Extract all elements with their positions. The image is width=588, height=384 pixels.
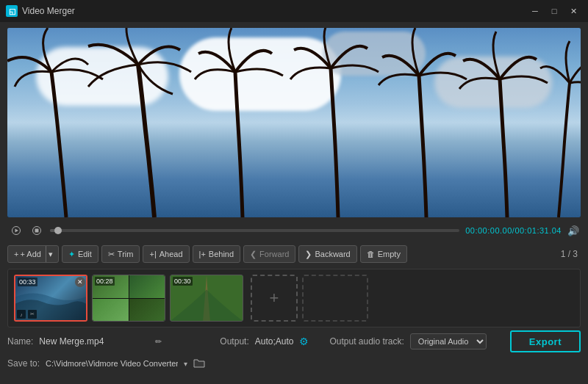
time-display: 00:00:00.00/00:01:31.04: [465, 226, 562, 235]
minimize-button[interactable]: ─: [526, 4, 544, 18]
add-dropdown-arrow[interactable]: ▾: [46, 246, 55, 262]
play-button[interactable]: [9, 223, 24, 238]
output-settings-button[interactable]: ⚙: [299, 336, 309, 347]
clip-3-duration: 00:30: [173, 277, 193, 286]
app-icon: ◱: [6, 5, 18, 17]
clip-1-close[interactable]: ✕: [75, 277, 85, 287]
forward-button[interactable]: ❮ Forward: [243, 245, 295, 263]
save-to-label: Save to:: [7, 358, 40, 369]
clip-2-duration: 00:28: [95, 277, 115, 286]
clip-1-audio-icon: ♪: [17, 310, 26, 319]
forward-label: Forward: [259, 250, 289, 258]
sky-background: [7, 28, 581, 217]
close-button[interactable]: ✕: [564, 4, 582, 18]
cloud-1: [36, 47, 168, 106]
cloud-2: [179, 37, 341, 111]
ahead-label: Ahead: [159, 250, 183, 258]
main-content: 00:00:00.00/00:01:31.04 🔊 + + Add ▾ ✦ Ed…: [0, 22, 588, 384]
name-label: Name:: [7, 336, 33, 347]
title-bar: ◱ Video Merger ─ □ ✕: [0, 0, 588, 22]
progress-bar[interactable]: [50, 229, 459, 232]
cloud-4: [323, 32, 426, 76]
progress-thumb: [54, 227, 62, 234]
forward-icon: ❮: [250, 250, 257, 259]
scissors-icon: ✂: [108, 250, 115, 259]
svg-marker-1: [15, 229, 19, 233]
ahead-icon: +|: [149, 250, 156, 258]
title-bar-left: ◱ Video Merger: [6, 5, 75, 17]
name-input[interactable]: [39, 336, 149, 347]
volume-icon[interactable]: 🔊: [567, 225, 579, 236]
output-value: Auto;Auto: [255, 336, 294, 347]
clip-1-edit-icon: ✂: [28, 310, 37, 319]
video-canvas: [7, 28, 581, 217]
video-preview: [7, 28, 581, 217]
browse-folder-button[interactable]: [193, 358, 205, 369]
empty-button[interactable]: 🗑 Empty: [360, 245, 407, 263]
output-label: Output:: [220, 336, 248, 347]
clip-item-3[interactable]: 00:30: [170, 275, 243, 322]
backward-icon: ❯: [305, 250, 312, 259]
maximize-button[interactable]: □: [545, 4, 563, 18]
bottom-bar: Name: ✏ Output: Auto;Auto ⚙ Output audio…: [7, 332, 581, 373]
timeline-area: 00:33 ✕ ♪ ✂ 00:28: [7, 269, 581, 327]
edit-button[interactable]: ✦ Edit: [62, 245, 98, 263]
edit-name-icon[interactable]: ✏: [155, 337, 162, 347]
backward-button[interactable]: ❯ Backward: [298, 245, 356, 263]
add-icon: +: [14, 250, 18, 258]
stop-button[interactable]: [29, 223, 44, 238]
current-time: 00:00:00.00: [465, 226, 512, 235]
transport-bar: 00:00:00.00/00:01:31.04 🔊: [7, 222, 581, 239]
clip-1-duration: 00:33: [18, 278, 37, 286]
bottom-row-2: Save to: ▾: [7, 354, 581, 373]
edit-label: Edit: [78, 250, 92, 258]
bottom-row-1: Name: ✏ Output: Auto;Auto ⚙ Output audio…: [7, 332, 581, 351]
ahead-button[interactable]: +| Ahead: [143, 245, 189, 263]
add-button[interactable]: + + Add ▾: [7, 245, 59, 263]
clip-item-2[interactable]: 00:28: [92, 275, 165, 322]
total-time: 00:01:31.04: [514, 226, 562, 235]
edit-icon: ✦: [68, 250, 75, 259]
page-indicator: 1 / 3: [561, 249, 578, 259]
toolbar: + + Add ▾ ✦ Edit ✂ Trim +| Ahead |+ Behi…: [7, 244, 581, 264]
save-path-input[interactable]: [46, 359, 178, 368]
audio-track-select[interactable]: Original Audio: [410, 333, 487, 349]
audio-track-label: Output audio track:: [329, 336, 404, 347]
clip-drop-zone: [302, 275, 368, 322]
trim-label: Trim: [118, 250, 134, 258]
add-label: + Add: [20, 250, 40, 258]
clip-1-icons: ♪ ✂: [17, 310, 37, 319]
svg-rect-3: [35, 229, 39, 233]
clip-item-1[interactable]: 00:33 ✕ ♪ ✂: [14, 275, 87, 322]
behind-label: Behind: [209, 250, 234, 258]
trash-icon: 🗑: [367, 250, 375, 258]
save-path-dropdown[interactable]: ▾: [184, 360, 187, 368]
empty-label: Empty: [378, 250, 401, 258]
trim-button[interactable]: ✂ Trim: [101, 245, 140, 263]
window-controls: ─ □ ✕: [526, 4, 582, 18]
export-button[interactable]: Export: [510, 330, 581, 352]
behind-icon: |+: [199, 250, 206, 258]
app-title: Video Merger: [22, 6, 75, 16]
behind-button[interactable]: |+ Behind: [193, 245, 241, 263]
cloud-3: [434, 57, 552, 108]
add-clip-button[interactable]: +: [251, 275, 298, 322]
backward-label: Backward: [315, 250, 350, 258]
